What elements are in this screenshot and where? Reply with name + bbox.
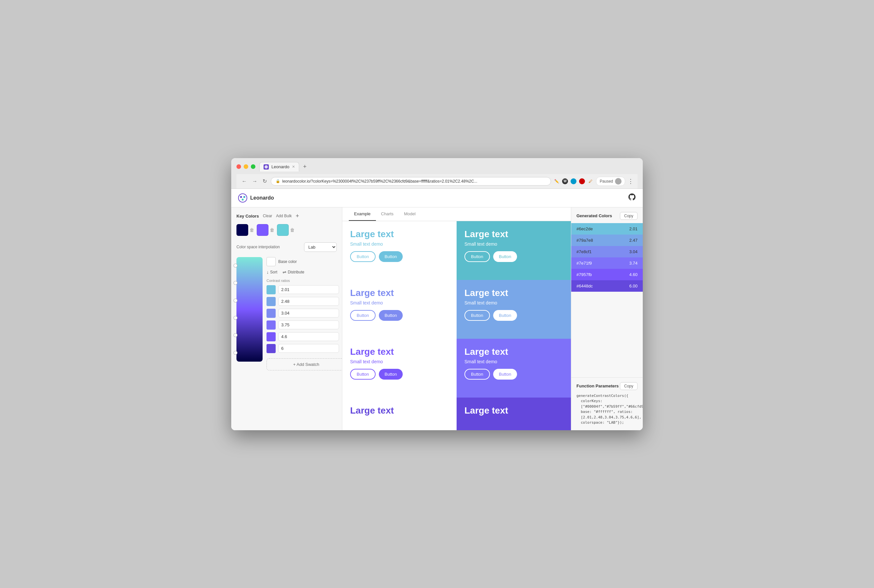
tab-model[interactable]: Model [399, 207, 421, 221]
color-hex-5: #7957fb [576, 272, 592, 277]
key-color-swatch-1[interactable] [237, 224, 248, 236]
minimize-button[interactable] [244, 164, 248, 169]
color-row-2[interactable]: #79a7e8 2.47 [571, 234, 643, 246]
lock-icon: 🔒 [276, 179, 280, 183]
delete-swatch-1-button[interactable]: 🗑 [250, 227, 254, 232]
copy-generated-button[interactable]: Copy [620, 212, 637, 220]
gradient-dot-3 [234, 299, 237, 302]
color-row-4[interactable]: #7e71f9 3.74 [571, 257, 643, 269]
cell-button-filled-1-1[interactable]: Button [379, 251, 403, 262]
app-logo-name: Leonardo [250, 195, 274, 201]
add-bulk-button[interactable]: Add Bulk [276, 214, 292, 218]
contrast-swatch-4[interactable] [267, 321, 276, 330]
contrast-input-1[interactable] [278, 285, 339, 294]
sort-button[interactable]: ↓ Sort [267, 270, 277, 275]
key-color-swatch-3[interactable] [277, 224, 289, 236]
cell-buttons-2-2: Button Button [465, 310, 563, 321]
cell-button-filled-1-2[interactable]: Button [493, 251, 517, 262]
contrast-item-5: 🗑 [267, 332, 342, 341]
gradient-dot-1 [234, 264, 237, 267]
nav-actions: ✏️ W 🖊 Paused ⋮ [553, 177, 634, 186]
cell-button-outline-3-1[interactable]: Button [350, 369, 376, 380]
refresh-button[interactable]: ↻ [261, 177, 268, 186]
cell-button-filled-3-1[interactable]: Button [379, 369, 403, 380]
delete-swatch-2-button[interactable]: 🗑 [270, 227, 274, 232]
tab-close-button[interactable]: ✕ [292, 165, 295, 169]
eye-icon[interactable] [579, 178, 585, 184]
color-row-3[interactable]: #7e8cf1 3.04 [571, 246, 643, 257]
contrast-swatch-3[interactable] [267, 309, 276, 318]
cell-button-filled-3-2[interactable]: Button [493, 369, 517, 380]
forward-button[interactable]: → [251, 177, 259, 186]
contrast-swatch-6[interactable] [267, 344, 276, 353]
contrast-swatch-1[interactable] [267, 285, 276, 294]
add-color-button[interactable]: + [295, 213, 299, 219]
cell-button-outline-2-2[interactable]: Button [465, 310, 490, 321]
cell-button-outline-3-2[interactable]: Button [465, 369, 490, 380]
color-space-select[interactable]: Lab HSL HSLuv LCH CAM02 [304, 242, 337, 252]
key-colors-header: Key Colors Clear Add Bulk + [237, 213, 337, 219]
function-parameters-code: generateContrastColors({ colorKeys: ["#0… [576, 393, 637, 426]
example-cell-2-1: Large text Small text demo Button Button [342, 280, 457, 339]
pen-icon[interactable]: 🖊 [588, 178, 594, 184]
contrast-input-5[interactable] [278, 332, 339, 341]
github-icon[interactable] [628, 193, 636, 203]
contrast-input-2[interactable] [278, 297, 339, 306]
color-row-5[interactable]: #7957fb 4.60 [571, 269, 643, 280]
right-panel: Generated Colors Copy #6ec2de 2.01 #79a7… [571, 207, 643, 430]
cell-buttons-3-2: Button Button [465, 369, 563, 380]
delete-swatch-3-button[interactable]: 🗑 [290, 227, 295, 232]
app-body: Leonardo Key Colors Clear Add Bulk + 🗑 [231, 189, 643, 430]
close-button[interactable] [237, 164, 241, 169]
contrast-input-3[interactable] [278, 309, 339, 318]
example-cell-1-1: Large text Small text demo Button Button [342, 221, 457, 280]
tab-favicon [264, 164, 269, 170]
cell-button-outline-1-1[interactable]: Button [350, 251, 376, 262]
cell-buttons-3-1: Button Button [350, 369, 449, 380]
app-logo: Leonardo [238, 193, 274, 203]
circle-icon[interactable] [571, 178, 576, 184]
sort-label: Sort [270, 270, 277, 274]
back-button[interactable]: ← [240, 177, 248, 186]
color-ratio-4: 3.74 [630, 261, 637, 266]
cell-button-filled-2-1[interactable]: Button [379, 310, 403, 321]
gradient-container [237, 257, 262, 362]
example-row-2: Large text Small text demo Button Button… [342, 280, 571, 339]
gradient-dot-4 [234, 316, 237, 320]
menu-dots-button[interactable]: ⋮ [628, 178, 634, 185]
add-swatch-button[interactable]: + Add Swatch [267, 358, 342, 370]
base-color-swatch[interactable] [267, 257, 276, 266]
small-text-2-1: Small text demo [350, 300, 449, 305]
logo-icon [238, 193, 247, 203]
new-tab-button[interactable]: + [300, 162, 309, 171]
contrast-swatch-2[interactable] [267, 297, 276, 306]
tab-example[interactable]: Example [349, 207, 376, 221]
key-color-swatch-2[interactable] [257, 224, 268, 236]
color-hex-6: #6448dc [576, 284, 593, 288]
cell-buttons-1-1: Button Button [350, 251, 449, 262]
contrast-input-4[interactable] [278, 321, 339, 329]
address-bar[interactable]: 🔒 leonardocolor.io/?colorKeys=%2300004f%… [271, 177, 551, 186]
base-color-row: Base color [267, 257, 342, 266]
wordpress-icon[interactable]: W [562, 178, 568, 184]
paused-badge[interactable]: Paused [596, 177, 625, 186]
cell-button-outline-1-2[interactable]: Button [465, 251, 490, 262]
copy-params-button[interactable]: Copy [620, 382, 637, 390]
cell-button-filled-2-2[interactable]: Button [493, 310, 517, 321]
edit-icon[interactable]: ✏️ [553, 178, 559, 184]
contrast-item-1: 🗑 [267, 285, 342, 294]
contrast-input-6[interactable] [278, 344, 339, 353]
browser-tab[interactable]: Leonardo ✕ [259, 162, 299, 171]
color-hex-2: #79a7e8 [576, 238, 593, 243]
tab-charts[interactable]: Charts [376, 207, 399, 221]
cell-button-outline-2-1[interactable]: Button [350, 310, 376, 321]
cell-buttons-1-2: Button Button [465, 251, 563, 262]
color-space-label: Color space interpolation [237, 244, 301, 249]
svg-point-2 [240, 196, 242, 198]
contrast-swatch-5[interactable] [267, 332, 276, 341]
color-row-6[interactable]: #6448dc 6.00 [571, 280, 643, 292]
clear-button[interactable]: Clear [263, 214, 272, 218]
maximize-button[interactable] [251, 164, 255, 169]
color-row-1[interactable]: #6ec2de 2.01 [571, 223, 643, 234]
distribute-button[interactable]: ⇌ Distribute [282, 270, 304, 275]
